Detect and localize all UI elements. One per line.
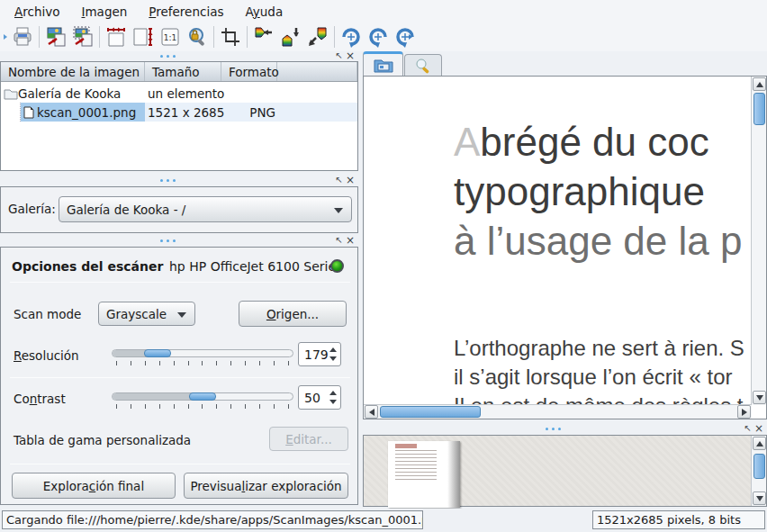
thumbnail-browser <box>363 435 767 507</box>
undock-icon[interactable]: ↖ <box>336 51 343 60</box>
scroll-right-button[interactable] <box>737 405 751 419</box>
viewer-vscrollbar[interactable] <box>751 77 766 405</box>
original-size-icon: 1:1 <box>159 26 181 48</box>
undock-icon[interactable]: ↖ <box>336 236 343 245</box>
scroll-down-button[interactable] <box>753 491 766 505</box>
hscroll-thumb[interactable] <box>380 406 481 418</box>
gallery-root-label: Galería de Kooka <box>18 86 121 101</box>
original-size-button[interactable]: 1:1 <box>157 24 184 50</box>
image-gallery-table: Nombre de la imagen Tamaño Formato Galer… <box>0 61 358 171</box>
preview-scan-button[interactable]: Previsualizar exploración <box>184 473 348 499</box>
scroll-left-button[interactable] <box>365 405 378 419</box>
resolution-spinbox[interactable]: 179 <box>298 342 341 366</box>
toolbar-separator <box>39 26 40 48</box>
origen-button[interactable]: Origen... <box>239 301 347 327</box>
resolution-label: Resolución <box>14 348 79 363</box>
menu-ayuda[interactable]: Ayuda <box>236 3 292 21</box>
final-scan-button[interactable]: Exploración final <box>12 473 176 499</box>
drag-dots <box>0 179 336 182</box>
scale-to-height-icon <box>132 26 154 48</box>
editar-button[interactable]: Editar... <box>269 427 348 451</box>
doc-headline-1: Abrégé du coc <box>454 120 709 165</box>
scale-to-height-button[interactable] <box>130 24 157 50</box>
vscroll-thumb[interactable] <box>753 454 765 479</box>
undock-icon[interactable]: ↖ <box>744 424 752 433</box>
rotate-acw-button[interactable] <box>365 24 392 50</box>
spin-down-icon[interactable] <box>329 356 337 361</box>
toolbar-separator <box>247 26 248 48</box>
thumb-text-lines <box>395 450 437 481</box>
export-selection-button[interactable] <box>69 24 96 50</box>
scale-to-width-icon <box>105 26 127 48</box>
galeria-selected-value: Galería de Kooka - / <box>67 203 185 217</box>
menu-preferencias[interactable]: Preferencias <box>140 3 232 21</box>
mirror-vertical-button[interactable] <box>250 24 277 50</box>
gamma-table-label: Tabla de gama personalizada <box>14 433 191 447</box>
close-icon[interactable]: × <box>346 51 355 60</box>
close-icon[interactable]: × <box>346 176 355 185</box>
scroll-up-button[interactable] <box>753 77 766 91</box>
export-selection-icon <box>72 26 94 48</box>
mirror-both-icon <box>307 26 329 48</box>
table-row[interactable]: Galería de Kooka un elemento <box>1 84 357 103</box>
scan-mode-value: Grayscale <box>106 307 167 321</box>
contrast-slider[interactable] <box>112 392 293 401</box>
rotate-acw-icon <box>366 25 390 49</box>
close-icon[interactable]: × <box>754 424 763 433</box>
spin-down-icon[interactable] <box>329 400 337 404</box>
spin-up-icon[interactable] <box>329 347 337 352</box>
close-icon[interactable]: × <box>346 236 355 245</box>
scanner-panel-handle[interactable]: ↖× <box>0 235 358 246</box>
tab-preview[interactable] <box>404 54 442 76</box>
export-image-button[interactable] <box>42 24 69 50</box>
galeria-select[interactable]: Galería de Kooka - / <box>59 196 352 222</box>
scan-file-format: PNG <box>221 105 275 120</box>
thumbnail-panel-handle[interactable]: ↖× <box>363 423 767 434</box>
rotate-cw-button[interactable] <box>338 24 365 50</box>
rotate-180-button[interactable] <box>392 24 419 50</box>
toolbar-drag-handle[interactable] <box>2 26 9 48</box>
spin-up-icon[interactable] <box>329 391 337 395</box>
undock-icon[interactable]: ↖ <box>336 176 343 185</box>
viewer-hscrollbar[interactable] <box>364 404 752 419</box>
page-thumbnail[interactable] <box>388 441 460 508</box>
contrast-spinbox[interactable]: 50 <box>298 385 341 410</box>
gallery-panel-handle[interactable]: ↖× <box>0 50 358 61</box>
column-header-size[interactable]: Tamaño <box>145 62 221 81</box>
vscroll-thumb[interactable] <box>753 93 765 125</box>
resolution-slider[interactable] <box>112 349 293 357</box>
gallery-tab-icon <box>374 57 393 73</box>
table-row-selected[interactable]: kscan_0001.png 1521 x 2685 PNG <box>1 103 357 122</box>
tab-gallery-view[interactable] <box>363 51 403 76</box>
image-viewer[interactable]: Abrégé du coc typographique à l’usage de… <box>363 76 767 419</box>
scan-mode-label: Scan mode <box>14 307 81 321</box>
folder-icon <box>4 87 18 100</box>
zoom-lock-icon <box>186 26 208 48</box>
galeria-panel-handle[interactable]: ↖× <box>0 175 358 185</box>
menu-imagen[interactable]: Imagen <box>72 3 136 21</box>
panel-title: Opciones del escáner <box>12 259 163 274</box>
crop-icon <box>220 26 241 48</box>
crop-button[interactable] <box>217 24 244 50</box>
doc-body-line-1: L’orthographe ne sert à rien. S <box>454 336 744 361</box>
mirror-both-button[interactable] <box>304 24 331 50</box>
print-button[interactable] <box>9 24 36 50</box>
scroll-down-button[interactable] <box>753 391 766 404</box>
doc-headline-3: à l’usage de la p <box>454 219 742 264</box>
scan-mode-select[interactable]: Grayscale <box>98 302 195 326</box>
zoom-button[interactable] <box>184 24 211 50</box>
scale-to-width-button[interactable] <box>103 24 130 50</box>
resolution-slider-ticks <box>116 361 289 365</box>
scroll-up-button[interactable] <box>753 437 766 450</box>
thumbnail-vscrollbar[interactable] <box>751 436 766 506</box>
scanner-options-panel: Opciones del escáner hp HP OfficeJet 610… <box>0 247 358 505</box>
drag-dots <box>363 428 744 430</box>
scanned-document: Abrégé du coc typographique à l’usage de… <box>364 77 753 404</box>
column-header-name[interactable]: Nombre de la imagen <box>1 62 145 81</box>
toolbar: 1:1 <box>0 23 767 51</box>
mirror-horizontal-button[interactable] <box>277 24 304 50</box>
chevron-down-icon <box>177 312 186 318</box>
menu-archivo[interactable]: Archivo <box>5 3 68 21</box>
column-header-format[interactable]: Formato <box>221 62 277 81</box>
mirror-vertical-icon <box>253 26 275 48</box>
